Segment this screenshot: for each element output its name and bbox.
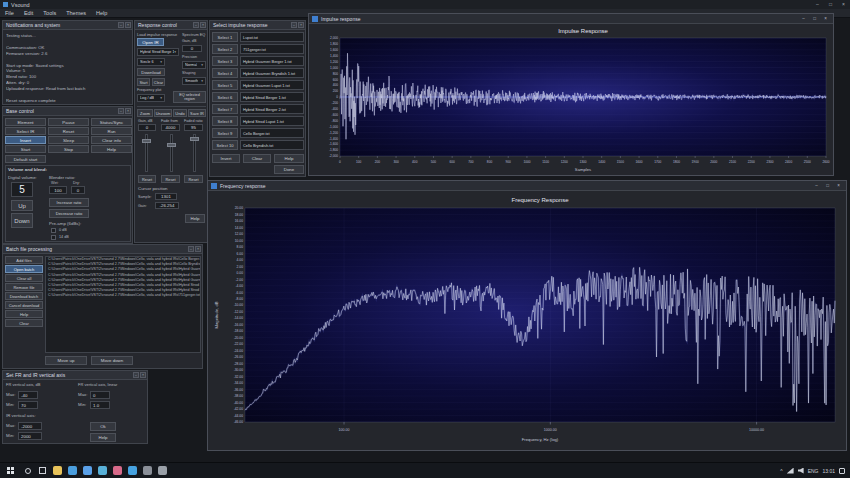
move-down-button[interactable]: Move down (91, 356, 133, 365)
save-ir-button[interactable]: Save IR (188, 109, 206, 117)
maximize-button[interactable]: □ (822, 181, 833, 191)
select-ir-button-9[interactable]: Select 9 (212, 128, 238, 138)
close-button[interactable]: × (833, 181, 844, 191)
invert-button[interactable]: Invert (212, 154, 240, 163)
select-ir-button-3[interactable]: Select 3 (212, 56, 238, 66)
search-icon[interactable] (20, 463, 35, 478)
volume-up-button[interactable]: Up (11, 200, 33, 211)
fade-from-field[interactable]: 4000 (161, 124, 180, 131)
select-ir-button-6[interactable]: Select 6 (212, 92, 238, 102)
eq-gain-field[interactable]: 0 (182, 45, 202, 52)
batch-help-button[interactable]: Help (5, 310, 43, 318)
help-button[interactable]: Help (185, 214, 205, 223)
taskbar-app-photos[interactable] (113, 466, 122, 475)
panel-titlebar[interactable]: Select impulse response–× (210, 21, 305, 30)
fr-db-max-field[interactable]: -40 (18, 391, 38, 399)
done-button[interactable]: Done (274, 165, 304, 174)
volume-icon[interactable] (798, 468, 804, 474)
select-ir-button-7[interactable]: Select 7 (212, 104, 238, 114)
base-sleep-button[interactable]: Sleep (48, 136, 89, 144)
zoom-button[interactable]: Zoom (137, 109, 153, 117)
unzoom-button[interactable]: Unzoom (154, 109, 172, 117)
reset-gain-button[interactable]: Reset (138, 175, 156, 183)
panel-close-icon[interactable]: × (195, 246, 201, 252)
batch-file-row[interactable]: C:\Users\Patrick\OneDrive\VST\2\vsound 2… (46, 293, 200, 298)
base-stop-button[interactable]: Stop (48, 145, 89, 153)
taskbar-app-file-explorer[interactable] (53, 466, 62, 475)
clock[interactable]: 13:01 (822, 468, 835, 474)
download-button[interactable]: Download (137, 68, 165, 76)
taskbar-app-mail[interactable] (83, 466, 92, 475)
maximize-button[interactable]: □ (809, 14, 820, 24)
minimize-button[interactable]: – (811, 181, 822, 191)
window-titlebar[interactable]: Impulse response – □ × (309, 14, 833, 24)
ir-name-dropdown[interactable]: Hybrid Strod Borge 1 ▾ (137, 48, 179, 56)
impulse-response-chart[interactable]: 2,0001,8001,6001,4001,2001,0008006004002… (312, 25, 832, 174)
panel-titlebar[interactable]: Notifications and system–× (3, 21, 132, 30)
taskbar-app-terminal[interactable] (143, 466, 152, 475)
panel-collapse-icon[interactable]: – (188, 246, 194, 252)
select-ir-button-5[interactable]: Select 5 (212, 80, 238, 90)
reset-fade-button[interactable]: Reset (161, 175, 180, 183)
batch-clear-button[interactable]: Clear (5, 319, 43, 327)
gain-slider-handle[interactable] (142, 139, 151, 143)
help-button[interactable]: Help (90, 433, 116, 442)
panel-titlebar[interactable]: Batch file processing–× (3, 245, 202, 254)
panel-collapse-icon[interactable]: – (118, 108, 124, 114)
panel-close-icon[interactable]: × (125, 22, 131, 28)
app-titlebar[interactable]: Vsound – □ × (0, 0, 850, 9)
window-titlebar[interactable]: Frequency response – □ × (208, 181, 846, 191)
shaping-dropdown[interactable]: Smooth ▾ (182, 77, 206, 85)
tray-chevron-icon[interactable]: ^ (780, 468, 782, 474)
batch-clear-all-button[interactable]: Clear all (5, 274, 43, 282)
menu-help[interactable]: Help (91, 10, 112, 16)
select-ir-button-8[interactable]: Select 8 (212, 116, 238, 126)
ok-button[interactable]: Ok (90, 422, 116, 431)
base-reset-button[interactable]: Reset (48, 127, 89, 135)
close-button[interactable]: × (820, 14, 831, 24)
menu-tools[interactable]: Tools (38, 10, 61, 16)
batch-file-list[interactable]: C:\Users\Patrick\OneDrive\VST\2\vsound 2… (45, 256, 201, 353)
precision-dropdown[interactable]: Normal ▾ (182, 61, 206, 69)
fade-from-slider-handle[interactable] (167, 143, 176, 147)
menu-edit[interactable]: Edit (19, 10, 38, 16)
base-help-button[interactable]: Help (91, 145, 132, 153)
open-ir-button[interactable]: Open IR (137, 38, 164, 46)
default-start-button[interactable]: Default start (5, 155, 46, 163)
taskbar-app-settings[interactable] (158, 466, 167, 475)
base-status-sync-button[interactable]: Status/Sync (91, 118, 132, 126)
volume-down-button[interactable]: Down (11, 213, 33, 228)
panel-titlebar[interactable]: Base control–× (3, 107, 132, 116)
panel-close-icon[interactable]: × (140, 372, 146, 378)
undo-button[interactable]: Undo (173, 109, 187, 117)
select-ir-button-4[interactable]: Select 4 (212, 68, 238, 78)
batch-file-row[interactable]: C:\Users\Patrick\OneDrive\VST\2\vsound 2… (46, 267, 200, 272)
network-icon[interactable] (787, 468, 794, 474)
panel-collapse-icon[interactable]: – (118, 22, 124, 28)
clear-button[interactable]: Clear (152, 78, 165, 86)
faded-ratio-field[interactable]: 95 (184, 124, 203, 131)
task-view-icon[interactable] (35, 463, 50, 478)
fade-gain-field[interactable]: 0 (138, 124, 156, 131)
increase-ratio-button[interactable]: Increase ratio (49, 198, 89, 207)
base-insert-button[interactable]: Insert (5, 136, 46, 144)
move-up-button[interactable]: Move up (45, 356, 87, 365)
menu-themes[interactable]: Themes (61, 10, 91, 16)
taskbar-app-edge-browser[interactable] (68, 466, 77, 475)
faded-ratio-slider-handle[interactable] (190, 137, 199, 141)
panel-close-icon[interactable]: × (200, 22, 206, 28)
help-button[interactable]: Help (274, 154, 304, 163)
select-ir-button-2[interactable]: Select 2 (212, 44, 238, 54)
frequency-plot-dropdown[interactable]: Log / dB ▾ (137, 94, 165, 102)
fr-linear-max-field[interactable]: 0 (90, 391, 110, 399)
reset-ratio-button[interactable]: Reset (184, 175, 203, 183)
minimize-button[interactable]: – (798, 14, 809, 24)
taskbar-app-store[interactable] (98, 466, 107, 475)
fr-db-min-field[interactable]: 70 (18, 401, 38, 409)
batch-add-files-button[interactable]: Add files (5, 256, 43, 264)
preamp-14db-checkbox[interactable] (51, 235, 56, 240)
start-button[interactable]: Start (137, 78, 150, 86)
panel-titlebar[interactable]: Response control–× (135, 21, 207, 30)
fade-from-slider[interactable] (170, 134, 173, 172)
ir-min-field[interactable]: 2000 (18, 432, 42, 440)
